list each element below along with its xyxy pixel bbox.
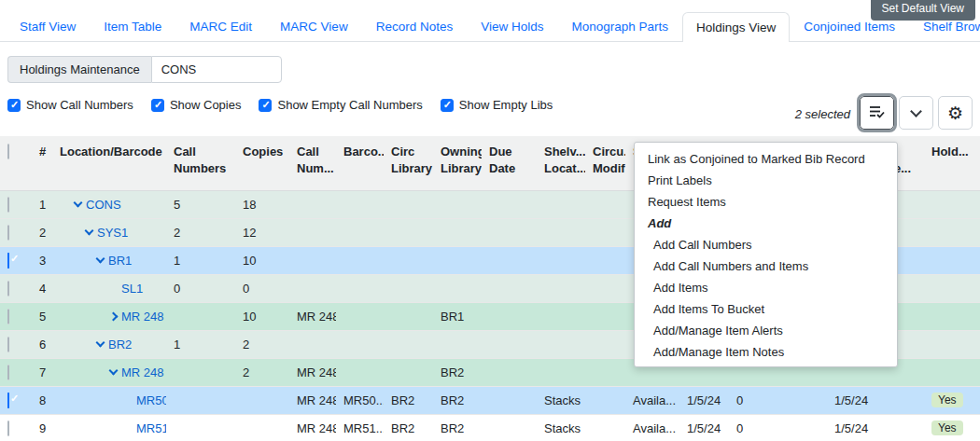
location-link[interactable]: MR510 xyxy=(136,421,166,435)
col-header-due[interactable]: Due Date xyxy=(482,136,537,190)
tab-monograph-parts[interactable]: Monograph Parts xyxy=(557,11,682,41)
cell-copies: 0 xyxy=(235,274,289,302)
col-header-num[interactable]: # xyxy=(32,136,52,190)
checkbox-show-empty-call-numbers[interactable] xyxy=(259,99,272,112)
tab-item-table[interactable]: Item Table xyxy=(90,11,175,41)
tab-holdings-view[interactable]: Holdings View xyxy=(682,12,790,42)
tab-view-holds[interactable]: View Holds xyxy=(467,11,557,41)
col-header-callnums[interactable]: Call Numbers xyxy=(166,136,235,190)
location-link[interactable]: MR 248 xyxy=(121,365,164,379)
cell-barcode xyxy=(336,330,384,358)
filter-show-empty-call-numbers[interactable]: Show Empty Call Numbers xyxy=(259,98,422,112)
col-header-cnlabel[interactable]: Call Num... xyxy=(289,136,336,190)
cell-cnlabel xyxy=(289,218,336,246)
menu-item-add-items[interactable]: Add Items xyxy=(635,276,897,297)
location-link[interactable]: MR500 xyxy=(136,393,166,407)
set-default-view-button[interactable]: Set Default View xyxy=(871,0,976,21)
row-checkbox[interactable] xyxy=(7,365,9,380)
filter-show-copies[interactable]: Show Copies xyxy=(151,98,242,112)
col-header-barcode[interactable]: Barco... xyxy=(336,136,384,190)
col-header-circmod[interactable]: Circu... Modif... xyxy=(585,136,625,190)
row-select-cell xyxy=(0,302,32,330)
menu-item-add-items-to-bucket[interactable]: Add Items To Bucket xyxy=(635,297,897,319)
row-number-cell: 2 xyxy=(32,218,52,246)
location-cell: MR510 xyxy=(52,414,166,441)
col-header-shelv[interactable]: Shelv... Locat... xyxy=(537,136,585,190)
cell-callnums: 5 xyxy=(166,190,235,218)
location-wrap: MR510 xyxy=(60,421,166,435)
location-link[interactable]: BR2 xyxy=(108,338,132,351)
cell-barcode xyxy=(336,190,384,218)
record-tabbar: Staff ViewItem TableMARC EditMARC ViewRe… xyxy=(0,11,980,42)
cell-due xyxy=(482,386,537,414)
menu-item-add-manage-item-notes[interactable]: Add/Manage Item Notes xyxy=(635,340,897,362)
row-select-cell xyxy=(0,190,32,218)
location-link[interactable]: SYS1 xyxy=(97,226,128,240)
location-link[interactable]: SL1 xyxy=(121,282,143,296)
location-link[interactable]: BR1 xyxy=(108,254,132,268)
grid-settings-button[interactable]: ⚙ xyxy=(938,96,973,130)
tab-staff-view[interactable]: Staff View xyxy=(6,11,90,41)
cell-copies: 18 xyxy=(235,190,289,218)
col-header-loc[interactable]: Location/Barcode xyxy=(52,136,166,190)
cell-circmod xyxy=(585,246,625,274)
menu-item-link-as-conjoined-to-marked-bib-record[interactable]: Link as Conjoined to Marked Bib Record xyxy=(635,147,897,169)
expand-actions-button[interactable] xyxy=(899,96,933,130)
cell-circmod xyxy=(585,386,625,414)
holdings-maintenance-button[interactable]: Holdings Maintenance xyxy=(7,56,151,83)
org-unit-input[interactable] xyxy=(151,56,282,83)
row-actions-button[interactable] xyxy=(860,96,894,130)
col-header-copies[interactable]: Copies xyxy=(235,136,289,190)
row-number-cell: 3 xyxy=(32,246,52,274)
menu-item-add-manage-item-alerts[interactable]: Add/Manage Item Alerts xyxy=(635,319,897,340)
chevron-down-icon[interactable] xyxy=(109,366,119,376)
chevron-down-icon[interactable] xyxy=(96,255,105,264)
row-number-cell: 7 xyxy=(32,358,52,386)
cell-circlib xyxy=(384,358,433,386)
cell-copies: 10 xyxy=(235,302,289,330)
location-cell: BR2 xyxy=(52,330,166,358)
row-checkbox[interactable] xyxy=(7,225,9,241)
cell-hold xyxy=(924,302,980,330)
row-checkbox[interactable] xyxy=(7,197,9,213)
tab-marc-edit[interactable]: MARC Edit xyxy=(175,11,266,41)
chevron-down-icon[interactable] xyxy=(85,227,94,236)
tab-marc-view[interactable]: MARC View xyxy=(266,11,362,41)
filter-label: Show Copies xyxy=(170,98,242,112)
cell-callnums: 2 xyxy=(166,218,235,246)
row-checkbox[interactable] xyxy=(7,281,9,296)
cell-shelv xyxy=(537,302,585,330)
chevron-down-icon[interactable] xyxy=(96,338,105,348)
location-link[interactable]: MR 248 xyxy=(121,310,164,324)
select-all-checkbox[interactable] xyxy=(7,144,9,159)
cell-date2: 1/5/24 xyxy=(827,414,887,441)
checkbox-show-copies[interactable] xyxy=(151,99,164,112)
row-checkbox[interactable] xyxy=(7,337,9,352)
tab-record-notes[interactable]: Record Notes xyxy=(362,11,468,41)
cell-shelv xyxy=(537,274,585,302)
row-checkbox[interactable] xyxy=(7,393,9,408)
col-header-hold[interactable]: Hold... xyxy=(924,136,980,190)
menu-item-add-call-numbers-and-items[interactable]: Add Call Numbers and Items xyxy=(635,255,897,276)
chevron-down-icon[interactable] xyxy=(74,199,83,208)
chevron-right-icon[interactable] xyxy=(109,311,119,321)
row-number-cell: 9 xyxy=(32,414,52,441)
col-header-ownlib[interactable]: Owning Library xyxy=(433,136,482,190)
menu-item-request-items[interactable]: Request Items xyxy=(635,190,897,212)
checkbox-show-call-numbers[interactable] xyxy=(7,99,21,112)
row-checkbox[interactable] xyxy=(7,253,9,269)
cell-copies xyxy=(235,386,289,414)
cell-circmod xyxy=(585,414,625,441)
row-checkbox[interactable] xyxy=(7,420,9,436)
col-header-circlib[interactable]: Circ Library xyxy=(384,136,433,190)
cell-circmod xyxy=(585,218,625,246)
chevron-spacer xyxy=(125,397,132,404)
filter-show-empty-libs[interactable]: Show Empty Libs xyxy=(441,98,553,112)
row-checkbox[interactable] xyxy=(7,309,9,324)
filter-show-call-numbers[interactable]: Show Call Numbers xyxy=(7,98,133,112)
cell-date1: 1/5/24 xyxy=(679,414,729,441)
menu-item-print-labels[interactable]: Print Labels xyxy=(635,169,897,190)
checkbox-show-empty-libs[interactable] xyxy=(441,99,454,112)
location-link[interactable]: CONS xyxy=(86,198,121,212)
menu-item-add-call-numbers[interactable]: Add Call Numbers xyxy=(635,233,897,255)
